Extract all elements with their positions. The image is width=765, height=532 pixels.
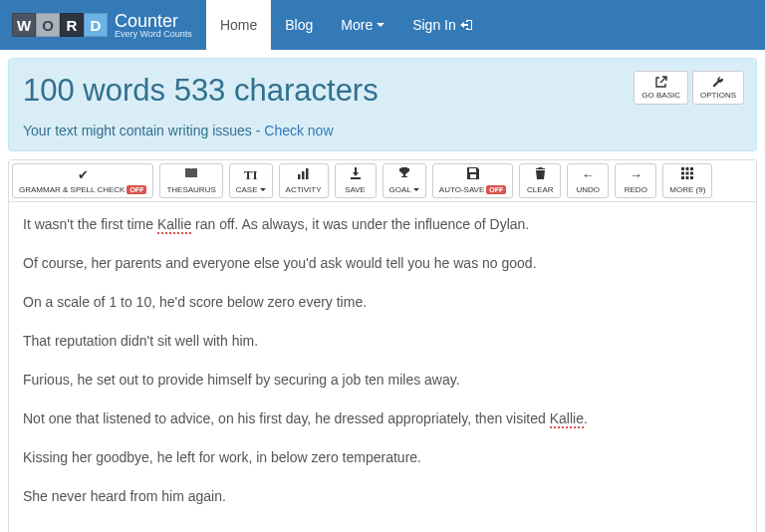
nav-home[interactable]: Home: [206, 0, 271, 50]
brand-text: Counter Every Word Counts: [115, 12, 192, 39]
floppy-icon: [439, 167, 507, 183]
spelling-error[interactable]: Kallie: [157, 216, 191, 234]
svg-rect-10: [686, 176, 689, 179]
external-link-icon: [641, 76, 680, 89]
grammar-check-button[interactable]: ✔ GRAMMAR & SPELL CHECK OFF: [12, 163, 153, 198]
chevron-down-icon: [413, 188, 419, 191]
paragraph: She never heard from him again.: [23, 486, 742, 507]
logo-tile-w: W: [12, 13, 36, 37]
summary-panel: 100 words 533 characters Your text might…: [8, 58, 757, 151]
svg-rect-9: [681, 176, 684, 179]
paragraph: It wasn't the first time Kallie ran off.…: [23, 214, 742, 235]
redo-button[interactable]: → REDO: [615, 163, 656, 198]
svg-rect-2: [306, 168, 309, 179]
paragraph: Kissing her goodbye, he left for work, i…: [23, 447, 742, 468]
save-button[interactable]: SAVE: [335, 163, 377, 198]
issues-notice: Your text might contain writing issues -…: [23, 123, 742, 138]
spelling-error[interactable]: Kallie: [550, 410, 584, 428]
more-button[interactable]: MORE (9): [662, 163, 712, 198]
svg-rect-4: [686, 167, 689, 170]
autosave-button[interactable]: AUTO-SAVE OFF: [432, 163, 514, 198]
go-basic-button[interactable]: GO BASIC: [634, 71, 688, 105]
svg-rect-11: [690, 176, 693, 179]
text-case-icon: TI: [236, 167, 266, 183]
paragraph: Not one that listened to advice, on his …: [23, 408, 742, 429]
check-now-link[interactable]: Check now: [264, 123, 333, 138]
paragraph: Furious, he set out to provide himself b…: [23, 370, 742, 391]
trash-icon: [526, 167, 554, 183]
bar-chart-icon: [286, 167, 322, 183]
case-button[interactable]: TI CASE: [229, 163, 273, 198]
svg-rect-6: [681, 172, 684, 175]
logo-tile-o: O: [36, 13, 60, 37]
wrench-icon: [700, 76, 736, 89]
book-icon: [166, 167, 215, 183]
navbar: W O R D Counter Every Word Counts Home B…: [0, 0, 765, 50]
paragraph: Of course, her parents and everyone else…: [23, 253, 742, 274]
editor-container: ✔ GRAMMAR & SPELL CHECK OFF THESAURUS TI…: [8, 159, 757, 532]
nav-blog[interactable]: Blog: [271, 0, 327, 50]
thesaurus-button[interactable]: THESAURUS: [159, 163, 222, 198]
grid-icon: [669, 167, 705, 183]
arrow-left-icon: ←: [574, 167, 602, 183]
download-icon: [342, 167, 370, 183]
paragraph: On a scale of 1 to 10, he'd score below …: [23, 292, 742, 313]
nav-more[interactable]: More: [327, 0, 398, 50]
svg-rect-0: [298, 174, 301, 179]
svg-rect-7: [686, 172, 689, 175]
brand-logo[interactable]: W O R D Counter Every Word Counts: [12, 12, 192, 39]
check-icon: ✔: [19, 167, 146, 183]
activity-button[interactable]: ACTIVITY: [279, 163, 329, 198]
nav-signin[interactable]: Sign In: [398, 0, 488, 50]
undo-button[interactable]: ← UNDO: [567, 163, 609, 198]
toolbar: ✔ GRAMMAR & SPELL CHECK OFF THESAURUS TI…: [9, 160, 756, 202]
paragraph: That reputation didn't sit well with him…: [23, 331, 742, 352]
text-editor[interactable]: It wasn't the first time Kallie ran off.…: [9, 202, 756, 532]
chevron-down-icon: [377, 23, 384, 27]
svg-rect-5: [690, 167, 693, 170]
chevron-down-icon: [260, 188, 266, 191]
goal-button[interactable]: GOAL: [382, 163, 426, 198]
options-button[interactable]: OPTIONS: [692, 71, 744, 105]
nav-tabs: Home Blog More Sign In: [206, 0, 488, 50]
svg-rect-3: [681, 167, 684, 170]
logo-tile-d: D: [84, 13, 108, 37]
trophy-icon: [389, 167, 419, 183]
logo-tile-r: R: [60, 13, 84, 37]
svg-rect-1: [302, 171, 305, 179]
clear-button[interactable]: CLEAR: [519, 163, 561, 198]
arrow-right-icon: →: [622, 167, 649, 183]
svg-rect-8: [690, 172, 693, 175]
signin-icon: [460, 19, 474, 31]
